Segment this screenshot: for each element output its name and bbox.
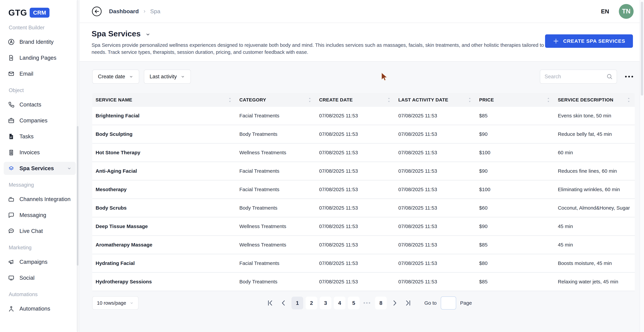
phone-icon <box>8 101 15 108</box>
filter-label: Last activity <box>150 74 177 80</box>
page-scrollbar-thumb[interactable] <box>641 2 643 96</box>
page-description: Spa Services provide personalized wellne… <box>92 42 568 56</box>
search-input[interactable] <box>544 74 606 80</box>
sidebar-item-invoices[interactable]: Invoices <box>4 146 76 159</box>
cell-last-activity-date: 07/08/2025 11:53 <box>395 168 476 174</box>
receipt-icon <box>8 149 15 156</box>
cell-description: Coconut, Almond&Honey, Sugar <box>554 205 635 211</box>
sidebar-item-spa-services[interactable]: Spa Services <box>4 162 76 175</box>
table-row[interactable]: Mesotherapy Facial Treatments 07/08/2025… <box>92 180 635 199</box>
cell-last-activity-date: 07/08/2025 11:53 <box>395 186 476 192</box>
table-row[interactable]: Brightening Facial Facial Treatments 07/… <box>92 107 635 125</box>
back-button[interactable] <box>92 6 102 16</box>
section-label-marketing: Marketing <box>9 245 74 251</box>
table-row[interactable]: Deep Tissue Massage Wellness Treatments … <box>92 218 635 236</box>
more-options-button[interactable] <box>623 74 635 79</box>
brand-logo[interactable]: GTG CRM <box>8 8 79 18</box>
sidebar-item-messaging[interactable]: Messaging <box>4 208 76 222</box>
cell-create-date: 07/08/2025 11:53 <box>316 279 395 284</box>
breadcrumb: Dashboard Spa <box>109 8 160 14</box>
column-header-price[interactable]: PRICE <box>476 93 554 107</box>
cell-service-name: Hot Stone Therapy <box>92 150 236 156</box>
page-button-4[interactable]: 4 <box>334 296 346 309</box>
sidebar-item-social[interactable]: Social <box>4 271 76 284</box>
last-page-button[interactable] <box>404 299 412 307</box>
cell-create-date: 07/08/2025 11:53 <box>316 224 395 229</box>
page-button-2[interactable]: 2 <box>306 296 317 309</box>
sidebar-item-brand-identity[interactable]: Brand Identity <box>4 36 76 48</box>
sidebar-item-companies[interactable]: Companies <box>4 114 76 127</box>
column-header-category[interactable]: CATEGORY <box>236 93 316 107</box>
table-row[interactable]: Aromatherapy Massage Wellness Treatments… <box>92 236 635 254</box>
cell-create-date: 07/08/2025 11:53 <box>316 205 395 211</box>
sidebar-item-automations[interactable]: Automations <box>4 302 76 315</box>
sidebar-item-channels-integration[interactable]: Channels Integration <box>4 193 76 206</box>
page-title: Spa Services <box>92 29 141 38</box>
cell-price: $80 <box>476 260 554 266</box>
page-scrollbar[interactable] <box>640 0 644 332</box>
goto-page-input[interactable] <box>441 296 456 310</box>
previous-page-button[interactable] <box>280 299 288 307</box>
cell-category: Body Treatments <box>236 279 316 284</box>
sidebar-item-landing-pages[interactable]: Landing Pages <box>4 51 76 64</box>
cell-create-date: 07/08/2025 11:53 <box>316 113 395 118</box>
page-button-8[interactable]: 8 <box>375 296 387 309</box>
search-icon[interactable] <box>606 73 613 80</box>
cell-price: $100 <box>476 150 554 156</box>
column-header-service-name[interactable]: SERVICE NAME <box>92 93 236 107</box>
cell-description: 45 min <box>554 242 635 248</box>
create-spa-services-button[interactable]: CREATE SPA SERVICES <box>545 34 633 48</box>
spa-services-table: SERVICE NAME CATEGORY CREATE DATE LAST A… <box>92 93 635 291</box>
cell-description: Boosts moisture, 45 min <box>554 260 635 266</box>
page-header: Spa Services Spa Services provide person… <box>80 23 644 62</box>
sidebar-item-contacts[interactable]: Contacts <box>4 98 76 111</box>
table-row[interactable]: Hydrating Facial Facial Treatments 07/08… <box>92 254 635 273</box>
table-row[interactable]: Hot Stone Therapy Wellness Treatments 07… <box>92 144 635 162</box>
column-header-create-date[interactable]: CREATE DATE <box>316 93 395 107</box>
sidebar-scrollbar-thumb[interactable] <box>77 126 78 266</box>
page-button-3[interactable]: 3 <box>320 296 332 309</box>
page-button-1[interactable]: 1 <box>292 296 303 309</box>
sidebar-scrollbar[interactable] <box>77 0 79 332</box>
sidebar-item-label: Automations <box>20 306 50 312</box>
sort-icon <box>387 97 391 103</box>
table-row[interactable]: Hydrotherapy Sessions Body Treatments 07… <box>92 273 635 291</box>
table-row[interactable]: Body Sculpting Body Treatments 07/08/202… <box>92 125 635 144</box>
main-content: Create date Last activity SERVICE NA <box>80 62 644 332</box>
sidebar-item-tasks[interactable]: Tasks <box>4 130 76 143</box>
last-activity-filter[interactable]: Last activity <box>144 70 191 84</box>
chevron-down-icon <box>67 166 72 171</box>
live-chat-icon <box>8 228 15 234</box>
title-chevron-down-icon[interactable] <box>145 32 151 37</box>
table-row[interactable]: Body Scrubs Body Treatments 07/08/2025 1… <box>92 199 635 218</box>
column-header-last-activity-date[interactable]: LAST ACTIVITY DATE <box>395 93 476 107</box>
language-switcher[interactable]: EN <box>601 8 609 15</box>
topbar-right: EN TN <box>601 4 634 19</box>
table-row[interactable]: Anti-Aging Facial Facial Treatments 07/0… <box>92 162 635 180</box>
briefcase-icon <box>8 117 15 124</box>
first-page-button[interactable] <box>266 299 274 307</box>
cell-category: Wellness Treatments <box>236 242 316 248</box>
page-button-5[interactable]: 5 <box>348 296 360 309</box>
next-page-button[interactable] <box>391 299 398 307</box>
rows-per-page-select[interactable]: 10 rows/page <box>92 296 138 310</box>
cell-create-date: 07/08/2025 11:53 <box>316 131 395 137</box>
table-tools <box>540 70 635 84</box>
page-label: Page <box>460 300 472 306</box>
cell-price: $85 <box>476 113 554 118</box>
landing-pages-icon <box>8 54 15 61</box>
cell-category: Facial Treatments <box>236 260 316 266</box>
avatar[interactable]: TN <box>619 4 634 19</box>
cell-service-name: Body Scrubs <box>92 205 236 211</box>
create-date-filter[interactable]: Create date <box>92 70 139 84</box>
column-header-service-description[interactable]: SERVICE DESCRIPTION <box>554 93 635 107</box>
chevron-down-icon <box>180 74 185 79</box>
sort-icon <box>308 97 312 103</box>
sidebar-item-live-chat[interactable]: Live Chat <box>4 224 76 238</box>
cell-description: Eliminating wrinkles, 60 min <box>554 186 635 192</box>
sidebar-item-email[interactable]: Email <box>4 67 76 80</box>
breadcrumb-dashboard[interactable]: Dashboard <box>109 8 139 14</box>
goto-label: Go to <box>424 300 436 306</box>
sidebar-item-label: Brand Identity <box>20 39 54 45</box>
sidebar-item-campaigns[interactable]: Campaigns <box>4 255 76 268</box>
